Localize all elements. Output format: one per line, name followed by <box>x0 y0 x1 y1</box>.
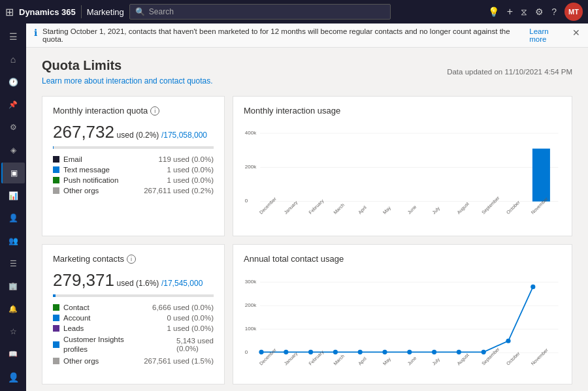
svg-text:September: September <box>480 195 501 215</box>
monthly-chart-svg: 400k 200k 0 December January <box>244 122 561 230</box>
banner-text: Starting October 1, 2021, contacts that … <box>42 27 524 43</box>
monthly-interaction-card: Monthly interaction quota i 267,732 used… <box>42 96 225 236</box>
svg-text:May: May <box>382 205 392 215</box>
sidebar-item-user-bottom[interactable]: 👤 <box>1 366 25 388</box>
legend-value-account: 0 used (0.0%) <box>167 314 214 322</box>
annual-chart-card: Annual total contact usage 300k 200k 100… <box>233 244 572 384</box>
svg-text:December: December <box>258 196 278 215</box>
contacts-used-total: /17,545,000 <box>161 279 203 288</box>
svg-text:March: March <box>332 353 345 366</box>
search-box[interactable]: 🔍 Search <box>129 4 391 20</box>
dot-jun <box>407 350 412 354</box>
contacts-used-pct: used (1.6%) <box>117 279 159 288</box>
contacts-used-number: 279,371 <box>53 270 114 290</box>
svg-text:200k: 200k <box>245 164 257 170</box>
sidebar-item-groups[interactable]: 👥 <box>1 230 25 252</box>
svg-text:0: 0 <box>245 349 248 355</box>
monthly-used-total: /175,058,000 <box>161 131 207 140</box>
dot-nov <box>531 285 535 289</box>
legend-item-push: Push notification 1 used (0.0%) <box>53 176 214 184</box>
page-title: Quota Limits <box>42 58 213 73</box>
banner-link[interactable]: Learn more <box>529 27 567 43</box>
plus-icon[interactable]: + <box>507 6 513 18</box>
user-avatar[interactable]: MT <box>564 3 583 21</box>
monthly-interaction-numbers: 267,732 used (0.2%) /175,058,000 <box>53 122 214 142</box>
annual-chart-area: 300k 200k 100k 0 <box>244 270 561 375</box>
monthly-quota-bar <box>53 146 214 149</box>
dot-mar <box>333 350 338 354</box>
svg-text:February: February <box>308 198 325 215</box>
monthly-interaction-title: Monthly interaction quota i <box>53 106 214 116</box>
monthly-chart-title: Monthly interaction usage <box>244 106 561 116</box>
svg-text:August: August <box>455 201 470 215</box>
sidebar-item-activity[interactable]: ◈ <box>1 140 25 161</box>
legend-value-ci: 5,143 used(0.0%) <box>176 337 214 352</box>
legend-item-ci-profiles: Customer Insights profiles 5,143 used(0.… <box>53 335 214 354</box>
legend-item-leads: Leads 1 used (0.0%) <box>53 324 214 332</box>
sidebar-item-book[interactable]: 📖 <box>1 344 25 366</box>
annual-line <box>261 287 533 352</box>
dot-jul <box>432 350 436 354</box>
page-content: Quota Limits Learn more about interactio… <box>26 48 588 391</box>
legend-value-leads: 1 used (0.0%) <box>167 324 214 332</box>
filter-icon[interactable]: ⧖ <box>521 7 527 18</box>
app-body: ☰ ⌂ 🕐 📌 ⚙ ◈ ▣ 📊 👤 👥 ☰ 🏢 🔔 ☆ 📖 👤 ℹ Starti… <box>0 23 588 391</box>
sidebar-item-list[interactable]: ☰ <box>1 253 25 275</box>
lightbulb-icon[interactable]: 💡 <box>488 7 499 17</box>
monthly-interaction-info-icon[interactable]: i <box>150 106 159 116</box>
sidebar-item-org[interactable]: 🏢 <box>1 275 25 297</box>
svg-text:December: December <box>258 347 278 366</box>
dot-sep <box>482 350 486 354</box>
contacts-quota-bar <box>53 294 214 297</box>
legend-color-text <box>53 166 59 173</box>
dot-feb <box>308 350 313 354</box>
banner-close-button[interactable]: ✕ <box>572 27 580 38</box>
legend-color-account <box>53 315 59 321</box>
sidebar-item-home[interactable]: ⌂ <box>1 49 25 70</box>
dot-dec <box>259 350 263 354</box>
legend-item-text: Text message 1 used (0.0%) <box>53 166 214 174</box>
legend-item-contact: Contact 6,666 used (0.0%) <box>53 304 214 311</box>
page-subtitle-link[interactable]: Learn more about interaction and contact… <box>42 76 213 86</box>
sidebar-item-chart[interactable]: 📊 <box>1 185 25 206</box>
legend-color-contact <box>53 304 59 311</box>
sidebar-item-settings[interactable]: ⚙ <box>1 117 25 138</box>
settings-icon[interactable]: ⚙ <box>535 7 544 17</box>
legend-color-email <box>53 156 59 163</box>
legend-color-other-contacts <box>53 358 59 364</box>
legend-color-push <box>53 177 59 183</box>
legend-color-ci <box>53 341 59 348</box>
sidebar-menu-toggle[interactable]: ☰ <box>1 26 25 48</box>
sidebar-item-pinned[interactable]: 📌 <box>1 94 25 116</box>
contacts-legend: Contact 6,666 used (0.0%) Account 0 used… <box>53 304 214 365</box>
bar-november <box>532 149 550 202</box>
legend-value-other-contacts: 267,561 used (1.5%) <box>144 357 214 365</box>
legend-item-account: Account 0 used (0.0%) <box>53 314 214 322</box>
help-icon[interactable]: ? <box>551 7 557 17</box>
sidebar-item-contacts[interactable]: 👤 <box>1 208 25 229</box>
svg-text:300k: 300k <box>245 279 257 285</box>
legend-item-other-orgs-contacts: Other orgs 267,561 used (1.5%) <box>53 357 214 365</box>
main-content: ℹ Starting October 1, 2021, contacts tha… <box>26 23 588 391</box>
monthly-interaction-row: Monthly interaction quota i 267,732 used… <box>42 96 572 236</box>
page-header: Quota Limits Learn more about interactio… <box>42 58 572 86</box>
sidebar-item-notification[interactable]: 🔔 <box>1 298 25 320</box>
info-icon: ℹ <box>34 27 37 38</box>
dot-oct <box>506 339 510 343</box>
dot-apr <box>358 350 363 354</box>
info-banner: ℹ Starting October 1, 2021, contacts tha… <box>26 23 588 48</box>
sidebar-item-quota[interactable]: ▣ <box>1 163 25 184</box>
grid-icon[interactable]: ⊞ <box>5 6 14 18</box>
svg-text:400k: 400k <box>245 130 257 136</box>
svg-text:July: July <box>431 205 442 215</box>
marketing-contacts-info-icon[interactable]: i <box>127 255 136 264</box>
svg-text:0: 0 <box>245 198 248 204</box>
legend-item-other-orgs-monthly: Other orgs 267,611 used (0.2%) <box>53 187 214 195</box>
svg-text:July: July <box>431 356 442 367</box>
search-placeholder: Search <box>149 7 174 16</box>
sidebar-item-recent[interactable]: 🕐 <box>1 72 25 93</box>
sidebar-item-star[interactable]: ☆ <box>1 321 25 343</box>
svg-text:June: June <box>406 204 417 215</box>
annual-chart-title: Annual total contact usage <box>244 254 561 264</box>
legend-color-leads <box>53 325 59 332</box>
